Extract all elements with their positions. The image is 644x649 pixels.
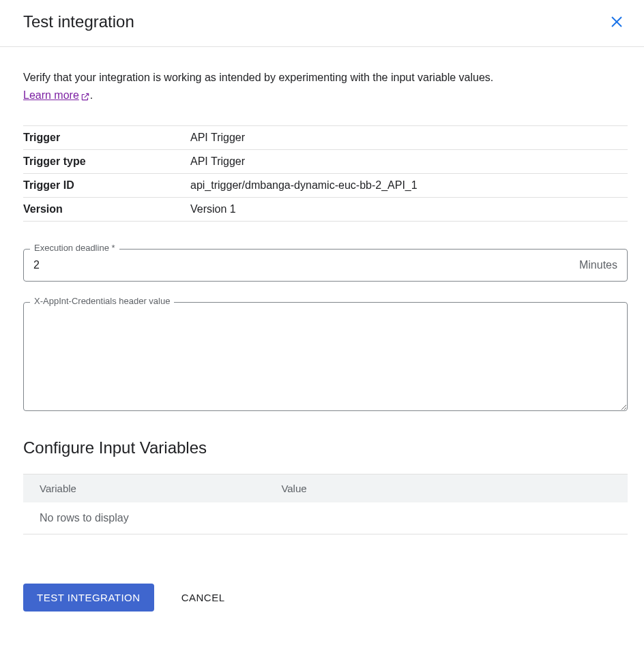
info-value: API Trigger [190, 150, 628, 174]
info-label: Trigger ID [23, 174, 190, 198]
info-label: Trigger type [23, 150, 190, 174]
close-icon [609, 14, 625, 30]
test-integration-button[interactable]: TEST INTEGRATION [23, 584, 154, 612]
table-row: Version Version 1 [23, 198, 628, 222]
learn-more-link[interactable]: Learn more [23, 89, 90, 101]
info-label: Trigger [23, 126, 190, 150]
empty-message: No rows to display [23, 502, 628, 534]
column-value: Value [265, 474, 628, 503]
credentials-textarea[interactable] [23, 302, 628, 411]
info-value: API Trigger [190, 126, 628, 150]
learn-more-label: Learn more [23, 89, 79, 101]
description-body: Verify that your integration is working … [23, 72, 493, 83]
cancel-button[interactable]: CANCEL [176, 584, 231, 612]
info-label: Version [23, 198, 190, 222]
dialog-header: Test integration [0, 0, 644, 47]
execution-deadline-wrapper: Minutes [23, 249, 628, 282]
input-variables-header: Variable Value [23, 474, 628, 503]
dialog-title: Test integration [23, 12, 134, 31]
credentials-field: X-AppInt-Credentials header value [23, 302, 628, 414]
button-row: TEST INTEGRATION CANCEL [23, 534, 628, 622]
execution-deadline-field: Execution deadline * Minutes [23, 249, 628, 282]
dialog-content: Verify that your integration is working … [0, 47, 644, 622]
execution-deadline-input[interactable] [33, 250, 579, 281]
trigger-info-table: Trigger API Trigger Trigger type API Tri… [23, 125, 628, 222]
table-row: Trigger type API Trigger [23, 150, 628, 174]
close-button[interactable] [606, 11, 628, 33]
external-link-icon [80, 89, 90, 107]
table-row-empty: No rows to display [23, 502, 628, 534]
description-period: . [90, 89, 93, 101]
credentials-label: X-AppInt-Credentials header value [30, 296, 174, 306]
input-variables-table: Variable Value No rows to display [23, 474, 628, 534]
info-value: Version 1 [190, 198, 628, 222]
execution-deadline-suffix: Minutes [579, 259, 617, 271]
table-row: Trigger ID api_trigger/dmbanga-dynamic-e… [23, 174, 628, 198]
table-row: Trigger API Trigger [23, 126, 628, 150]
column-variable: Variable [23, 474, 265, 503]
input-variables-title: Configure Input Variables [23, 438, 628, 457]
execution-deadline-label: Execution deadline * [30, 243, 119, 253]
description-text: Verify that your integration is working … [23, 69, 514, 106]
info-value: api_trigger/dmbanga-dynamic-euc-bb-2_API… [190, 174, 628, 198]
